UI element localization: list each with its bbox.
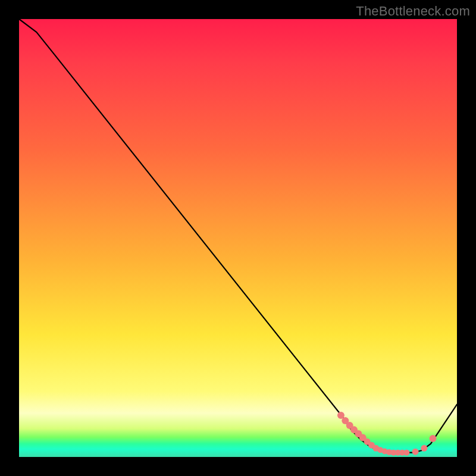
highlight-markers [337,412,437,456]
marker-point [403,450,409,456]
marker-point [430,435,437,442]
chart-frame: TheBottleneck.com [0,0,476,476]
chart-svg [19,19,457,457]
marker-point [421,445,427,452]
marker-point [412,449,419,455]
bottleneck-curve [19,19,457,453]
plot-area [19,19,457,457]
watermark-text: TheBottleneck.com [356,4,470,19]
